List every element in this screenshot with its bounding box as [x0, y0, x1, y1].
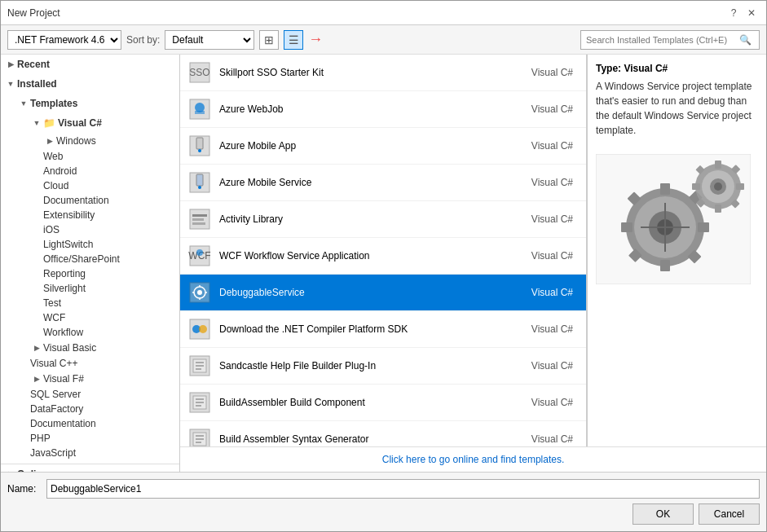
template-item-azuremobileapp[interactable]: Azure Mobile App Visual C#: [180, 128, 586, 165]
online-link[interactable]: Click here to go online and find templat…: [382, 454, 564, 465]
azure-mobile-service-icon: [187, 169, 213, 196]
title-controls: ? ✕: [725, 5, 760, 21]
template-item-azuremobileservice[interactable]: Azure Mobile Service Visual C#: [180, 165, 586, 201]
template-wcfworkflow-type: Visual C#: [522, 250, 580, 262]
sidebar-item-silverlight[interactable]: Silverlight: [1, 281, 179, 296]
sidebar-installed[interactable]: ▼ Installed: [1, 74, 179, 94]
info-type-label: Type: Visual C#: [596, 63, 758, 74]
recent-label: Recent: [17, 59, 50, 70]
svg-rect-6: [196, 138, 203, 149]
template-sso-name: Skillport SSO Starter Kit: [219, 67, 522, 78]
svg-rect-35: [196, 398, 204, 400]
sidebar: ▶ Recent ▼ Installed ▼ Templates ▼ 📁 Vis…: [1, 55, 180, 472]
sidebar-recent[interactable]: ▶ Recent: [1, 55, 179, 74]
svg-point-66: [714, 182, 722, 191]
sidebar-templates[interactable]: ▼ Templates: [1, 94, 179, 113]
sidebar-item-officesharepoint-label: Office/SharePoint: [43, 253, 120, 265]
template-buildassembler-name: BuildAssembler Build Component: [219, 397, 522, 408]
sidebar-item-workflow-label: Workflow: [43, 327, 83, 338]
sidebar-item-sqlserver[interactable]: SQL Server: [1, 387, 179, 402]
template-dotnetcompiler-type: Visual C#: [522, 323, 580, 335]
ok-button[interactable]: OK: [633, 503, 694, 525]
sidebar-item-windows[interactable]: ▶ Windows: [1, 133, 179, 149]
sort-select[interactable]: Default Name Date: [165, 30, 254, 50]
template-item-syntaxgen[interactable]: Build Assembler Syntax Generator Visual …: [180, 421, 586, 446]
sso-icon: SSO: [187, 59, 213, 86]
sidebar-item-lightswitch-label: LightSwitch: [43, 239, 93, 250]
template-item-sso[interactable]: SSO Skillport SSO Starter Kit Visual C#: [180, 55, 586, 91]
installed-label: Installed: [17, 78, 57, 90]
template-syntaxgen-name: Build Assembler Syntax Generator: [219, 433, 522, 445]
sidebar-item-datafactory-label: DataFactory: [30, 403, 83, 415]
svg-rect-12: [192, 214, 207, 217]
template-activitylibrary-type: Visual C#: [522, 213, 580, 225]
search-input[interactable]: [581, 31, 736, 49]
sidebar-visual-csharp[interactable]: ▼ 📁 Visual C#: [1, 113, 179, 133]
sidebar-item-wcf[interactable]: WCF: [1, 310, 179, 325]
svg-rect-30: [196, 362, 204, 363]
close-button[interactable]: ✕: [743, 5, 760, 21]
sidebar-item-documentation2[interactable]: Documentation: [1, 416, 179, 431]
template-azure-mobileapp-name: Azure Mobile App: [219, 140, 522, 152]
cancel-button[interactable]: Cancel: [699, 503, 760, 525]
toolbar: .NET Framework 4.6.1 .NET Framework 4.5 …: [1, 25, 766, 55]
svg-rect-70: [736, 183, 744, 190]
templates-area: SSO Skillport SSO Starter Kit Visual C#: [180, 55, 766, 446]
sidebar-item-visualbasic[interactable]: ▶ Visual Basic: [1, 340, 179, 356]
sidebar-item-documentation[interactable]: Documentation: [1, 193, 179, 208]
sidebar-item-android[interactable]: Android: [1, 164, 179, 178]
template-item-debuggableservice[interactable]: DebuggableService Visual C#: [180, 275, 586, 311]
sidebar-item-cloud[interactable]: Cloud: [1, 178, 179, 193]
template-activitylibrary-name: Activity Library: [219, 213, 522, 225]
info-description: A Windows Service project template that'…: [596, 79, 758, 138]
templates-panel: SSO Skillport SSO Starter Kit Visual C#: [180, 55, 766, 472]
vbasic-expand-icon: ▶: [30, 341, 43, 354]
svg-rect-42: [196, 442, 201, 443]
title-bar: New Project ? ✕: [1, 1, 766, 25]
sidebar-item-reporting[interactable]: Reporting: [1, 266, 179, 281]
sidebar-item-javascript[interactable]: JavaScript: [1, 446, 179, 460]
template-item-buildassembler[interactable]: BuildAssembler Build Component Visual C#: [180, 385, 586, 421]
sidebar-item-officesharepoint[interactable]: Office/SharePoint: [1, 252, 179, 266]
sidebar-item-silverlight-label: Silverlight: [43, 283, 86, 294]
sidebar-item-web-label: Web: [43, 151, 63, 162]
svg-point-7: [198, 149, 201, 152]
template-azure-mobileservice-name: Azure Mobile Service: [219, 177, 522, 188]
sidebar-item-test-label: Test: [43, 297, 61, 309]
svg-point-20: [197, 290, 202, 295]
grid-view-button[interactable]: ⊞: [259, 30, 279, 50]
svg-rect-53: [660, 183, 670, 195]
template-debuggableservice-type: Visual C#: [522, 287, 580, 298]
template-dotnetcompiler-name: Download the .NET Compiler Platform SDK: [219, 323, 522, 335]
sidebar-item-visualcpp-label: Visual C++: [30, 358, 77, 369]
sidebar-item-lightswitch[interactable]: LightSwitch: [1, 237, 179, 252]
svg-point-27: [199, 325, 207, 333]
svg-rect-37: [196, 405, 201, 407]
framework-select[interactable]: .NET Framework 4.6.1 .NET Framework 4.5 …: [7, 30, 121, 50]
sidebar-online[interactable]: ▶ Online: [1, 464, 179, 472]
new-project-dialog: New Project ? ✕ .NET Framework 4.6.1 .NE…: [0, 0, 767, 532]
vfsharp-expand-icon: ▶: [30, 372, 43, 385]
sidebar-item-test[interactable]: Test: [1, 296, 179, 310]
template-item-dotnetcompiler[interactable]: Download the .NET Compiler Platform SDK …: [180, 311, 586, 348]
sidebar-item-visualcpp[interactable]: Visual C++: [1, 356, 179, 371]
sidebar-item-workflow[interactable]: Workflow: [1, 325, 179, 340]
template-item-sandcastle1[interactable]: Sandcastle Help File Builder Plug-In Vis…: [180, 348, 586, 385]
name-input[interactable]: [46, 479, 760, 499]
help-button[interactable]: ?: [725, 5, 742, 21]
recent-expand-icon: ▶: [4, 58, 17, 71]
template-item-azurewebjob[interactable]: Azure WebJob Visual C#: [180, 91, 586, 128]
list-view-button[interactable]: ☰: [284, 30, 303, 50]
sidebar-item-visualfsharp[interactable]: ▶ Visual F#: [1, 371, 179, 387]
templates-expand-icon: ▼: [17, 97, 30, 110]
svg-rect-54: [660, 260, 670, 271]
sidebar-item-datafactory[interactable]: DataFactory: [1, 402, 179, 416]
template-item-wcfworkflow[interactable]: WCF WCF Workflow Service Application Vis…: [180, 238, 586, 275]
template-item-activitylibrary[interactable]: Activity Library Visual C#: [180, 201, 586, 238]
sidebar-item-php[interactable]: PHP: [1, 431, 179, 446]
svg-rect-55: [621, 222, 633, 232]
sidebar-item-ios[interactable]: iOS: [1, 222, 179, 237]
sidebar-item-web[interactable]: Web: [1, 149, 179, 164]
sidebar-item-extensibility[interactable]: Extensibility: [1, 208, 179, 222]
svg-rect-40: [196, 435, 204, 437]
